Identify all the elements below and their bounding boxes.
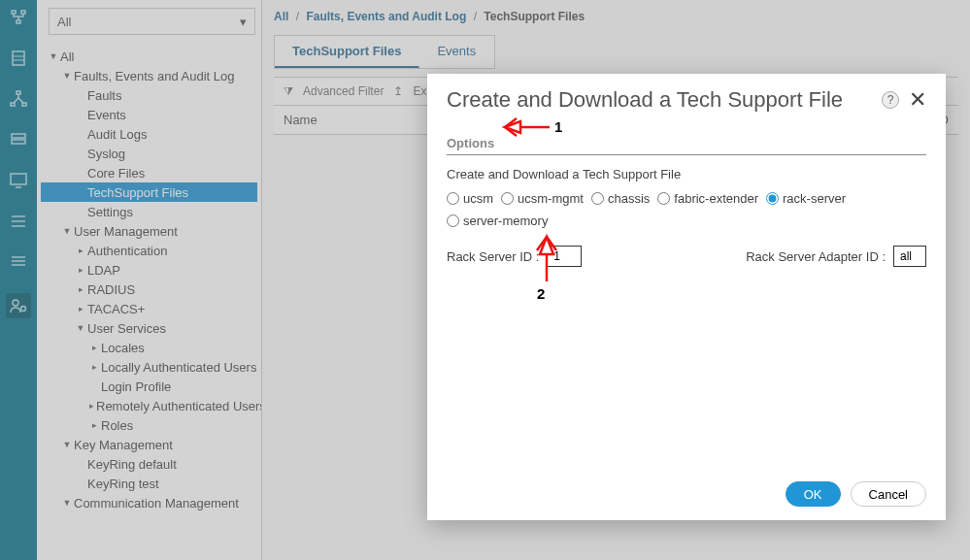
adapter-id-label: Rack Server Adapter ID : — [746, 249, 886, 264]
file-type-radio-group: ucsmucsm-mgmtchassisfabric-extenderrack-… — [447, 191, 926, 228]
rack-server-id-input[interactable] — [547, 246, 582, 267]
radio-ucsm[interactable]: ucsm — [447, 191, 493, 206]
radio-label: chassis — [608, 191, 650, 206]
radio-input[interactable] — [657, 192, 670, 205]
radio-input[interactable] — [501, 192, 514, 205]
radio-input[interactable] — [766, 192, 779, 205]
rack-server-id-label: Rack Server ID : — [447, 249, 539, 264]
options-heading: Options — [447, 136, 926, 155]
radio-input[interactable] — [591, 192, 604, 205]
modal-subtitle: Create and Download a Tech Support File — [447, 167, 926, 181]
radio-ucsm-mgmt[interactable]: ucsm-mgmt — [501, 191, 584, 206]
ok-button[interactable]: OK — [786, 481, 841, 507]
close-icon[interactable]: ✕ — [909, 87, 926, 113]
radio-label: rack-server — [783, 191, 846, 206]
cancel-button[interactable]: Cancel — [851, 481, 926, 507]
radio-label: ucsm — [463, 191, 493, 206]
radio-fabric-extender[interactable]: fabric-extender — [657, 191, 758, 206]
adapter-id-input[interactable] — [893, 246, 926, 267]
radio-label: server-memory — [463, 214, 548, 228]
radio-label: ucsm-mgmt — [518, 191, 584, 206]
modal-title: Create and Download a Tech Support File — [447, 87, 843, 113]
radio-label: fabric-extender — [674, 191, 758, 206]
help-icon[interactable]: ? — [882, 91, 899, 109]
radio-server-memory[interactable]: server-memory — [447, 214, 548, 228]
modal-create-techsupport: Create and Download a Tech Support File … — [427, 74, 946, 520]
radio-rack-server[interactable]: rack-server — [766, 191, 846, 206]
radio-input[interactable] — [447, 214, 459, 227]
radio-chassis[interactable]: chassis — [591, 191, 650, 206]
radio-input[interactable] — [447, 192, 459, 205]
